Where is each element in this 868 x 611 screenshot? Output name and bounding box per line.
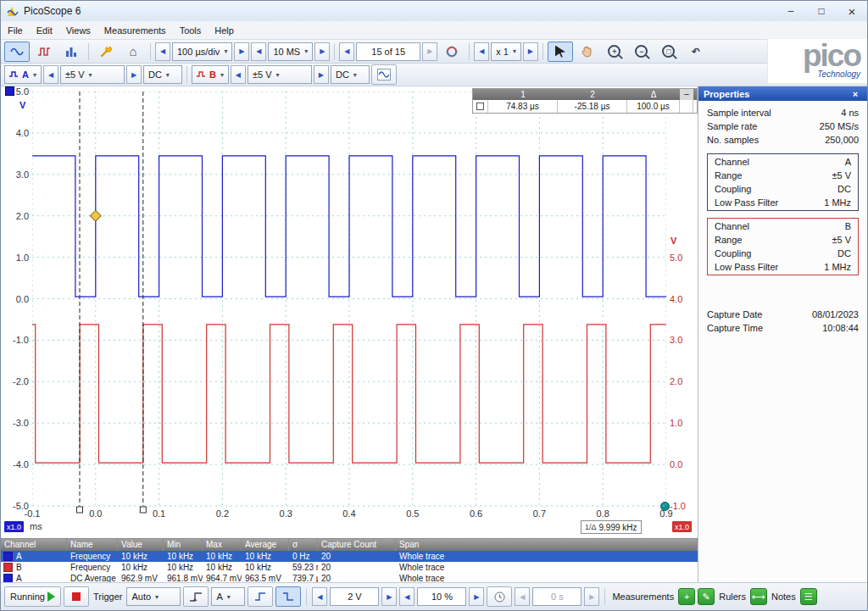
measurement-value: 10 kHz bbox=[118, 551, 164, 562]
minimize-button[interactable] bbox=[776, 1, 806, 21]
menu-views[interactable]: Views bbox=[59, 24, 97, 37]
holdoff-decrease[interactable] bbox=[515, 587, 530, 606]
timebase-increase-button[interactable] bbox=[234, 42, 249, 61]
property-label: Sample rate bbox=[707, 121, 757, 131]
y-axis-right-tick-label: 5.0 bbox=[670, 253, 697, 263]
hand-tool-button[interactable] bbox=[575, 42, 600, 62]
trigger-marker[interactable] bbox=[90, 210, 101, 221]
edit-measurement-button[interactable]: ✎ bbox=[698, 588, 715, 605]
spectrum-view-button[interactable] bbox=[58, 42, 84, 62]
samples-dropdown[interactable]: 10 MS bbox=[268, 42, 313, 61]
channel-a-menu[interactable]: A bbox=[4, 65, 42, 84]
timebase-dropdown[interactable]: 100 µs/div bbox=[172, 42, 232, 61]
start-stop-button[interactable]: Running bbox=[4, 586, 61, 607]
measurement-row[interactable]: A Frequency 10 kHz 10 kHz 10 kHz 10 kHz … bbox=[1, 551, 698, 562]
notes-button[interactable]: ☰ bbox=[800, 588, 817, 605]
y-axis-right-tick-label: 2.0 bbox=[670, 376, 697, 386]
add-measurement-button[interactable]: + bbox=[678, 588, 695, 605]
measurement-average: 10 kHz bbox=[242, 562, 289, 573]
zoom-increase-button[interactable] bbox=[523, 42, 538, 61]
zoom-dropdown[interactable]: x 1 bbox=[491, 42, 521, 61]
trigger-timing-button[interactable] bbox=[487, 586, 512, 607]
normal-selection-tool-button[interactable] bbox=[548, 42, 573, 62]
undo-zoom-button[interactable] bbox=[683, 42, 709, 62]
buffer-position-field[interactable]: 15 of 15 bbox=[356, 42, 420, 61]
pretrigger-decrease[interactable] bbox=[399, 587, 415, 606]
channel-a-range-dropdown[interactable]: ±5 V bbox=[60, 65, 125, 84]
zoom-out-tool-button[interactable]: − bbox=[629, 42, 654, 62]
time-ruler-handle[interactable] bbox=[140, 507, 146, 513]
channel-a-coupling-dropdown[interactable]: DC bbox=[143, 65, 182, 84]
y-axis-left-tick-label: -2.0 bbox=[1, 376, 29, 386]
channel-b-coupling-dropdown[interactable]: DC bbox=[331, 65, 370, 84]
toolbar-separator bbox=[469, 43, 470, 60]
left-axis-scale-badge[interactable]: x1.0 bbox=[4, 521, 24, 532]
properties-header: Properties bbox=[698, 86, 867, 101]
property-label: Capture Time bbox=[707, 323, 763, 333]
time-ruler-readout[interactable]: 1 2 Δ 74.83 µs -25.18 µs 100.0 µs bbox=[472, 88, 698, 114]
y-axis-right-tick-label: 4.0 bbox=[670, 294, 697, 304]
right-axis-unit: V bbox=[670, 236, 676, 246]
menu-help[interactable]: Help bbox=[208, 24, 241, 37]
menu-tools[interactable]: Tools bbox=[173, 24, 209, 37]
channel-a-range-increase[interactable] bbox=[126, 65, 142, 84]
stop-button[interactable] bbox=[64, 586, 89, 607]
channel-b-range-increase[interactable] bbox=[314, 65, 329, 84]
right-axis-scale-badge[interactable]: x1.0 bbox=[672, 521, 692, 532]
property-value: DC bbox=[837, 248, 851, 258]
channel-a-range-decrease[interactable] bbox=[43, 65, 58, 84]
bottom-toolbar: Running Trigger Auto A 2 V 10 % 0 s Meas… bbox=[1, 582, 867, 610]
ruler-readout-minimize-button[interactable] bbox=[680, 89, 693, 100]
close-button[interactable] bbox=[837, 1, 867, 21]
property-label: Coupling bbox=[715, 184, 751, 194]
setup-wizard-button[interactable] bbox=[93, 42, 119, 62]
menu-file[interactable]: File bbox=[1, 24, 30, 37]
pretrigger-increase[interactable] bbox=[469, 587, 484, 606]
advanced-trigger-button[interactable] bbox=[183, 586, 209, 607]
trigger-level-field[interactable]: 2 V bbox=[330, 587, 379, 606]
property-value: 10:08:44 bbox=[822, 323, 859, 333]
zoom-decrease-button[interactable] bbox=[474, 42, 489, 61]
marquee-zoom-tool-button[interactable]: □ bbox=[656, 42, 682, 62]
trigger-level-increase[interactable] bbox=[381, 587, 397, 606]
menu-bar: File Edit Views Measurements Tools Help bbox=[1, 21, 867, 40]
measurement-row[interactable]: B Frequency 10 kHz 10 kHz 10 kHz 10 kHz … bbox=[1, 562, 698, 573]
property-label: Low Pass Filter bbox=[715, 262, 778, 272]
maximize-button[interactable] bbox=[806, 1, 837, 21]
channel-b-range-dropdown[interactable]: ±5 V bbox=[248, 65, 312, 84]
buffer-previous-button[interactable] bbox=[339, 42, 354, 61]
measurement-sigma: 59.23 m... bbox=[289, 562, 318, 573]
timebase-decrease-button[interactable] bbox=[155, 42, 170, 61]
buffer-navigator-button[interactable] bbox=[439, 42, 465, 62]
properties-close-button[interactable] bbox=[849, 89, 862, 99]
holdoff-increase[interactable] bbox=[584, 587, 599, 606]
property-value: 1 MHz bbox=[824, 197, 851, 208]
channel-b-range-decrease[interactable] bbox=[231, 65, 246, 84]
time-ruler-handle[interactable] bbox=[77, 507, 83, 513]
home-button[interactable] bbox=[120, 42, 146, 62]
persistence-view-button[interactable] bbox=[31, 42, 57, 62]
trigger-source-dropdown[interactable]: A bbox=[211, 587, 245, 606]
menu-edit[interactable]: Edit bbox=[30, 24, 59, 37]
measurement-max: 10 kHz bbox=[203, 551, 242, 562]
trigger-mode-dropdown[interactable]: Auto bbox=[126, 587, 181, 606]
buffer-next-button[interactable] bbox=[422, 42, 437, 61]
rising-edge-button[interactable] bbox=[248, 586, 273, 607]
rulers-button[interactable]: ⟷ bbox=[750, 588, 767, 605]
measurements-label: Measurements bbox=[610, 592, 676, 602]
samples-decrease-button[interactable] bbox=[251, 42, 266, 61]
toolbar-separator bbox=[306, 588, 307, 605]
zoom-in-tool-button[interactable]: + bbox=[602, 42, 627, 62]
trigger-level-decrease[interactable] bbox=[312, 587, 327, 606]
measurement-channel-cell: A bbox=[1, 551, 67, 562]
scope-view-button[interactable] bbox=[4, 42, 30, 62]
property-row: Capture Time10:08:44 bbox=[698, 321, 867, 335]
falling-edge-button[interactable] bbox=[275, 586, 301, 607]
pretrigger-field[interactable]: 10 % bbox=[417, 587, 466, 606]
holdoff-field[interactable]: 0 s bbox=[532, 587, 581, 606]
menu-measurements[interactable]: Measurements bbox=[97, 24, 173, 37]
samples-increase-button[interactable] bbox=[314, 42, 330, 61]
channel-b-menu[interactable]: B bbox=[192, 65, 229, 84]
y-axis-left-tick-label: 0.0 bbox=[1, 294, 29, 304]
signal-generator-button[interactable] bbox=[371, 64, 397, 85]
